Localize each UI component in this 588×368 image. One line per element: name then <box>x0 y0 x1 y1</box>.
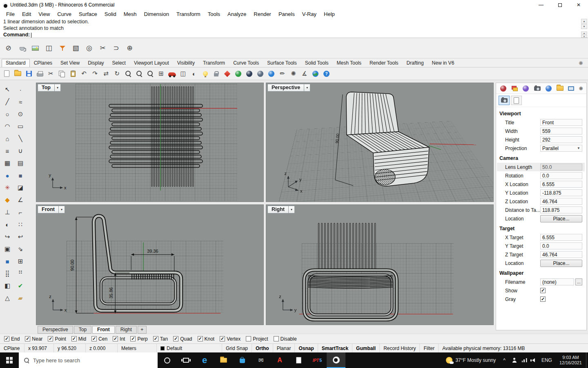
viewport-right[interactable]: z y Right ▾ <box>266 204 494 325</box>
prop-show-checkbox[interactable]: ✓ <box>540 288 546 293</box>
new-file-button[interactable] <box>2 69 12 79</box>
curve-button[interactable]: ≈ <box>15 96 26 107</box>
line-button[interactable]: ╲ <box>15 133 26 144</box>
osnap-knot-checkbox[interactable]: ✓ <box>198 336 203 341</box>
prop-x-target-field[interactable]: 6.555 <box>540 234 582 241</box>
viewport-title[interactable]: Top <box>38 84 55 92</box>
viewport-title[interactable]: Right <box>267 206 289 213</box>
viewport-label-top[interactable]: Top ▾ <box>38 84 61 92</box>
taskbar-search[interactable]: Type here to search <box>19 352 158 368</box>
lights-button[interactable] <box>200 69 210 79</box>
options-button[interactable]: ✺ <box>288 69 298 79</box>
viewport-tab-front[interactable]: Front <box>92 326 115 334</box>
web-browser-tab[interactable] <box>567 85 575 92</box>
tray-network-icon[interactable] <box>522 358 527 362</box>
lock-button[interactable] <box>211 69 221 79</box>
save-file-button[interactable] <box>24 69 34 79</box>
rectangle-button[interactable]: ▭ <box>15 121 26 132</box>
toolbar-tab-new-in-v6[interactable]: New in V6 <box>428 59 459 67</box>
osnap-project-checkbox[interactable] <box>246 336 251 341</box>
rotate-view-button[interactable]: ↻ <box>112 69 122 79</box>
polyline-button[interactable]: ╱ <box>2 96 13 107</box>
materials-tab[interactable] <box>545 85 552 92</box>
visibility-button[interactable]: ◎ <box>83 42 95 54</box>
viewport-label-right[interactable]: Right ▾ <box>267 206 295 213</box>
box-button[interactable]: ■ <box>15 170 26 181</box>
osnap-vertex-checkbox[interactable]: ✓ <box>220 336 225 341</box>
toolbar-tab-curve-tools[interactable]: Curve Tools <box>229 59 263 67</box>
spin-up-icon[interactable]: ▲ <box>581 31 587 34</box>
ipt-app-button[interactable]: IPT 5 <box>308 352 327 368</box>
prop-gray-checkbox[interactable]: ✓ <box>540 296 546 302</box>
toolbar-tab-standard[interactable]: Standard <box>2 59 30 67</box>
circle-button[interactable]: ○ <box>2 109 13 119</box>
chevron-down-icon[interactable]: ▾ <box>304 84 310 92</box>
viewport-tab-right[interactable]: Right <box>116 326 137 334</box>
move-button[interactable]: ⇘ <box>15 244 26 254</box>
prop-title-field[interactable]: Front <box>540 119 582 126</box>
menu-surface[interactable]: Surface <box>75 10 101 18</box>
edge-app-button[interactable]: e <box>195 352 214 368</box>
osnap-disable-checkbox[interactable] <box>274 336 279 341</box>
osnap-int-checkbox[interactable]: ✓ <box>113 336 118 341</box>
rendered-mode-button[interactable] <box>266 69 276 79</box>
command-history-scrollbar[interactable]: ▲ ▼ <box>581 19 587 29</box>
sphere-button[interactable]: ● <box>2 170 13 181</box>
new-viewport-tab-button[interactable]: + <box>138 326 147 334</box>
disable-osnap-button[interactable]: ⊘ <box>2 42 14 54</box>
zoom-window-button[interactable] <box>134 69 144 79</box>
weather-widget[interactable]: 37°F Mostly sunny <box>442 357 500 364</box>
blend-button[interactable]: ↩ <box>15 231 26 242</box>
paint-button[interactable]: ▰ <box>15 293 26 303</box>
earth-button[interactable] <box>310 69 321 79</box>
menu-dimension[interactable]: Dimension <box>140 10 173 18</box>
extend-button[interactable]: ⌐ <box>15 207 26 218</box>
show-desktop-button[interactable] <box>586 352 588 368</box>
osnap-tan-checkbox[interactable]: ✓ <box>153 336 158 341</box>
mail-app-button[interactable]: ✉ <box>252 352 270 368</box>
status-available-physical-memory-1311[interactable]: Available physical memory: 13116 MB <box>439 344 588 352</box>
status-z-0-000[interactable]: z 0.000 <box>86 344 118 352</box>
prop-y-location-field[interactable]: -118.875 <box>540 189 582 196</box>
command-area[interactable]: 1 linear dimension added to selection. S… <box>0 18 588 38</box>
undo-button[interactable]: ↶ <box>79 69 89 79</box>
document-app-button[interactable] <box>289 352 308 368</box>
prop-width-field[interactable]: 559 <box>540 128 582 135</box>
shaded-view-button[interactable]: ◐ <box>189 69 199 79</box>
taskbar-clock[interactable]: 9:03 AM 12/16/2021 <box>555 355 586 366</box>
menu-curve[interactable]: Curve <box>53 10 75 18</box>
libraries-tab[interactable] <box>556 85 564 92</box>
wireframe-view-button[interactable]: ◫ <box>178 69 188 79</box>
picture-frame-button[interactable] <box>29 42 41 54</box>
toolbar-tab-surface-tools[interactable]: Surface Tools <box>263 59 301 67</box>
chevron-down-icon[interactable]: ▾ <box>59 206 65 213</box>
prop-location-button[interactable]: Place... <box>540 260 582 267</box>
fillet-button[interactable]: ◆ <box>2 195 13 205</box>
offset-button[interactable]: ≡ <box>2 146 13 156</box>
viewport-label-perspective[interactable]: Perspective ▾ <box>267 84 310 92</box>
osnap-point-checkbox[interactable]: ✓ <box>48 336 53 341</box>
split-button[interactable]: ◐ <box>2 219 13 230</box>
close-button[interactable]: ✕ <box>569 0 588 10</box>
properties-tab[interactable] <box>499 85 507 92</box>
task-view-button[interactable] <box>176 352 195 368</box>
status-record-history[interactable]: Record History <box>380 344 420 352</box>
selection-filter-button[interactable] <box>56 42 68 54</box>
pan-button[interactable]: ⇄ <box>101 69 111 79</box>
bounding-box-button[interactable]: ▧ <box>70 42 82 54</box>
menu-file[interactable]: File <box>2 10 18 18</box>
prop-y-target-field[interactable]: 0.0 <box>540 242 582 249</box>
toolbar-tab-set-view[interactable]: Set View <box>56 59 84 67</box>
array-button[interactable]: ⊞ <box>15 256 26 267</box>
toolbar-tab-visibility[interactable]: Visibility <box>173 59 199 67</box>
toolbar-tab-cplanes[interactable]: CPlanes <box>30 59 56 67</box>
check-button[interactable]: ✔ <box>15 280 26 291</box>
status-y-96-520[interactable]: y 96.520 <box>54 344 86 352</box>
toolbar-tab-display[interactable]: Display <box>84 59 108 67</box>
chamfer-button[interactable]: ∠ <box>15 195 26 205</box>
viewport-label-front[interactable]: Front ▾ <box>38 206 65 213</box>
status-default[interactable]: Default <box>157 344 222 352</box>
viewport-front[interactable]: 90.00 35.86 39.36 <box>36 204 264 325</box>
status-meters[interactable]: Meters <box>118 344 157 352</box>
ellipse-button[interactable]: ⊙ <box>15 109 26 119</box>
